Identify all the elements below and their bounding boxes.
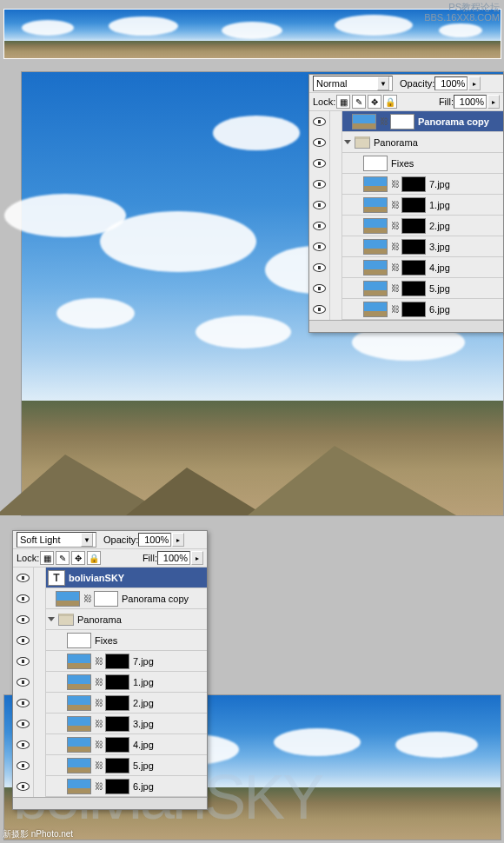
mask-link-icon[interactable]: ⛓ bbox=[95, 780, 102, 793]
mask-link-icon[interactable]: ⛓ bbox=[380, 116, 387, 128]
layer-row[interactable]: ⛓3.jpg bbox=[309, 236, 503, 257]
visibility-toggle[interactable] bbox=[13, 734, 34, 755]
layer-thumbnail[interactable] bbox=[67, 716, 91, 732]
layer-thumbnail[interactable] bbox=[67, 695, 91, 711]
visibility-toggle[interactable] bbox=[13, 693, 34, 714]
lock-transparency-icon[interactable]: ▦ bbox=[336, 95, 350, 109]
layer-thumbnail[interactable] bbox=[352, 114, 376, 129]
layer-name[interactable]: 2.jpg bbox=[429, 221, 450, 231]
link-cell[interactable] bbox=[330, 153, 342, 174]
visibility-toggle[interactable] bbox=[309, 174, 330, 195]
visibility-toggle[interactable] bbox=[309, 111, 330, 132]
fill-input[interactable]: 100% bbox=[454, 95, 487, 109]
mask-thumbnail[interactable] bbox=[105, 758, 129, 773]
layer-thumbnail[interactable] bbox=[363, 302, 388, 317]
layer-name[interactable]: 5.jpg bbox=[133, 760, 154, 771]
layer-name[interactable]: 6.jpg bbox=[429, 304, 450, 315]
mask-thumbnail[interactable] bbox=[401, 281, 426, 296]
fill-flyout-icon[interactable]: ▸ bbox=[487, 95, 500, 109]
link-cell[interactable] bbox=[330, 299, 342, 320]
mask-link-icon[interactable]: ⛓ bbox=[391, 220, 398, 232]
layer-name[interactable]: 7.jpg bbox=[429, 179, 450, 189]
visibility-toggle[interactable] bbox=[309, 299, 330, 320]
mask-link-icon[interactable]: ⛓ bbox=[95, 760, 102, 772]
layer-thumbnail[interactable] bbox=[67, 674, 91, 690]
mask-link-icon[interactable]: ⛓ bbox=[95, 676, 102, 688]
layer-row[interactable]: ⛓3.jpg bbox=[13, 714, 207, 734]
link-cell[interactable] bbox=[34, 651, 46, 672]
link-cell[interactable] bbox=[34, 568, 46, 588]
layer-name[interactable]: Panorama copy bbox=[122, 594, 189, 604]
fill-input[interactable]: 100% bbox=[157, 551, 190, 565]
mask-thumbnail[interactable] bbox=[94, 591, 118, 607]
layer-row[interactable]: ⛓5.jpg bbox=[309, 278, 503, 299]
layer-row[interactable]: ⛓5.jpg bbox=[13, 755, 207, 776]
visibility-toggle[interactable] bbox=[309, 257, 330, 278]
layer-row[interactable]: ⛓7.jpg bbox=[309, 174, 503, 195]
link-cell[interactable] bbox=[330, 257, 342, 278]
visibility-toggle[interactable] bbox=[13, 672, 34, 693]
mask-thumbnail[interactable] bbox=[401, 260, 426, 275]
link-cell[interactable] bbox=[330, 236, 342, 257]
layer-thumbnail[interactable] bbox=[363, 197, 388, 213]
opacity-flyout-icon[interactable]: ▸ bbox=[172, 533, 184, 547]
layer-thumbnail[interactable] bbox=[363, 260, 388, 275]
layers-panel-1[interactable]: Normal▼Opacity:100%▸Lock:▦✎✥🔒Fill:100%▸⛓… bbox=[308, 74, 504, 333]
link-cell[interactable] bbox=[34, 734, 46, 755]
link-cell[interactable] bbox=[330, 278, 342, 299]
link-cell[interactable] bbox=[34, 714, 46, 734]
layer-name[interactable]: 6.jpg bbox=[133, 781, 154, 792]
layer-row[interactable]: ⛓2.jpg bbox=[13, 693, 207, 714]
link-cell[interactable] bbox=[330, 216, 342, 236]
layer-row[interactable]: ⛓2.jpg bbox=[309, 216, 503, 236]
layer-name[interactable]: Panorama copy bbox=[418, 116, 489, 127]
lock-move-icon[interactable]: ✥ bbox=[71, 551, 85, 565]
link-cell[interactable] bbox=[34, 672, 46, 693]
layer-name[interactable]: 3.jpg bbox=[133, 719, 154, 729]
mask-link-icon[interactable]: ⛓ bbox=[391, 241, 398, 253]
layer-name[interactable]: 4.jpg bbox=[429, 262, 450, 273]
layer-thumbnail[interactable] bbox=[67, 779, 91, 794]
mask-thumbnail[interactable] bbox=[105, 779, 129, 794]
layer-name[interactable]: 5.jpg bbox=[429, 283, 450, 294]
link-cell[interactable] bbox=[330, 195, 342, 216]
layer-row[interactable]: Fixes bbox=[13, 630, 207, 651]
mask-thumbnail[interactable] bbox=[105, 737, 129, 753]
visibility-toggle[interactable] bbox=[309, 195, 330, 216]
link-cell[interactable] bbox=[34, 755, 46, 776]
layer-thumbnail[interactable] bbox=[67, 633, 91, 648]
mask-thumbnail[interactable] bbox=[401, 218, 426, 234]
mask-thumbnail[interactable] bbox=[401, 176, 426, 192]
mask-link-icon[interactable]: ⛓ bbox=[391, 262, 398, 274]
layer-name[interactable]: 1.jpg bbox=[133, 677, 154, 687]
link-cell[interactable] bbox=[330, 111, 342, 132]
layer-row[interactable]: ⛓Panorama copy bbox=[309, 111, 503, 132]
visibility-toggle[interactable] bbox=[13, 755, 34, 776]
layer-row[interactable]: ⛓1.jpg bbox=[309, 195, 503, 216]
mask-link-icon[interactable]: ⛓ bbox=[391, 282, 398, 295]
mask-link-icon[interactable]: ⛓ bbox=[95, 718, 102, 730]
layer-name[interactable]: bolivianSKY bbox=[69, 573, 124, 583]
layers-panel-2[interactable]: Soft Light▼Opacity:100%▸Lock:▦✎✥🔒Fill:10… bbox=[12, 530, 208, 810]
mask-thumbnail[interactable] bbox=[105, 695, 129, 711]
visibility-toggle[interactable] bbox=[309, 153, 330, 174]
blend-mode-select[interactable]: Soft Light▼ bbox=[17, 532, 96, 548]
opacity-input[interactable]: 100% bbox=[434, 76, 468, 90]
layer-row[interactable]: Panorama bbox=[13, 609, 207, 630]
layer-thumbnail[interactable] bbox=[363, 218, 388, 234]
lock-brush-icon[interactable]: ✎ bbox=[352, 95, 366, 109]
layer-name[interactable]: 4.jpg bbox=[133, 740, 154, 750]
layer-row[interactable]: ⛓6.jpg bbox=[13, 776, 207, 797]
mask-thumbnail[interactable] bbox=[401, 302, 426, 317]
layer-name[interactable]: 3.jpg bbox=[429, 242, 450, 252]
visibility-toggle[interactable] bbox=[13, 651, 34, 672]
link-cell[interactable] bbox=[34, 630, 46, 651]
visibility-toggle[interactable] bbox=[309, 216, 330, 236]
layer-row[interactable]: ⛓1.jpg bbox=[13, 672, 207, 693]
opacity-flyout-icon[interactable]: ▸ bbox=[468, 76, 481, 90]
blend-mode-select[interactable]: Normal▼ bbox=[313, 76, 393, 91]
layer-name[interactable]: Fixes bbox=[391, 158, 414, 169]
layer-row[interactable]: ⛓Panorama copy bbox=[13, 588, 207, 609]
visibility-toggle[interactable] bbox=[309, 278, 330, 299]
layer-row[interactable]: ⛓7.jpg bbox=[13, 651, 207, 672]
